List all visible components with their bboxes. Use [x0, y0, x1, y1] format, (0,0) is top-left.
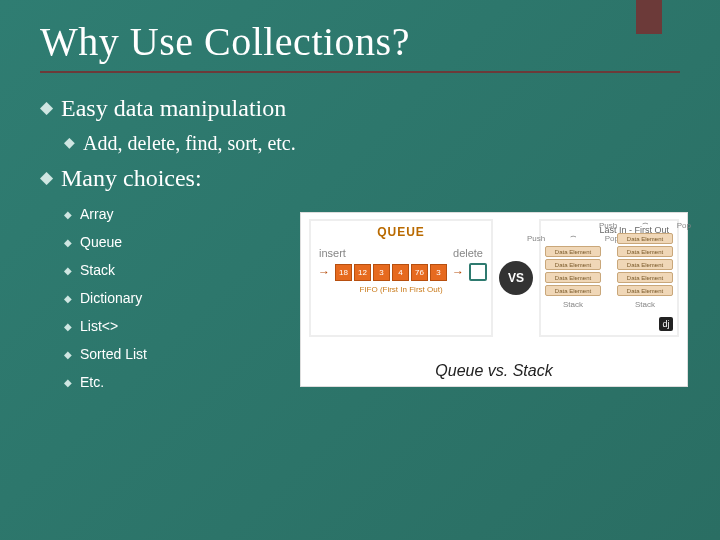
bullet-text: Queue: [80, 234, 122, 250]
slide: Why Use Collections? ◆ Easy data manipul…: [0, 0, 720, 540]
list-item: ◆Queue: [64, 234, 300, 250]
delete-label: delete: [453, 247, 483, 259]
diamond-bullet-icon: ◆: [64, 293, 72, 304]
diamond-bullet-icon: ◆: [64, 377, 72, 388]
stack-pile: ⌢ Push Pop Data Element Data Element Dat…: [545, 246, 601, 309]
stack-slot: Data Element: [545, 272, 601, 283]
stack-slot: Data Element: [617, 246, 673, 257]
list-item: ◆Etc.: [64, 374, 300, 390]
figure-top-row: QUEUE insert delete → 18 12 3 4 76 3 →: [309, 219, 679, 337]
stack-slot: Data Element: [617, 259, 673, 270]
queue-cell: 3: [373, 264, 390, 281]
bullet-text: Many choices:: [61, 165, 202, 192]
pile-label: Stack: [617, 300, 673, 309]
queue-cell: 76: [411, 264, 428, 281]
list-item: ◆Sorted List: [64, 346, 300, 362]
bullet-text: Array: [80, 206, 113, 222]
arrow-right-icon: →: [315, 265, 333, 280]
stack-slot: Data Element: [545, 259, 601, 270]
diamond-bullet-icon: ◆: [64, 349, 72, 360]
stack-pile: ⌢ Push Pop Data Element Data Element Dat…: [617, 233, 673, 309]
accent-tab: [636, 0, 662, 34]
queue-cells: → 18 12 3 4 76 3 →: [315, 263, 487, 281]
bullet-list-level1: ◆ Easy data manipulation: [40, 95, 680, 122]
choices-column: ◆Array ◆Queue ◆Stack ◆Dictionary ◆List<>…: [40, 202, 300, 402]
bullet-text: List<>: [80, 318, 118, 334]
diamond-bullet-icon: ◆: [64, 134, 75, 151]
list-item: ◆Array: [64, 206, 300, 222]
bullet-text: Easy data manipulation: [61, 95, 286, 122]
stack-slot: Data Element: [545, 285, 601, 296]
slide-title: Why Use Collections?: [40, 18, 680, 65]
bullet-text: Sorted List: [80, 346, 147, 362]
source-badge: dj: [659, 317, 673, 331]
queue-labels: insert delete: [315, 247, 487, 259]
queue-title: QUEUE: [315, 225, 487, 239]
diamond-bullet-icon: ◆: [64, 265, 72, 276]
arc-icon: ⌢: [642, 217, 649, 229]
stack-slot: Data Element: [617, 272, 673, 283]
insert-label: insert: [319, 247, 346, 259]
content-columns: ◆Array ◆Queue ◆Stack ◆Dictionary ◆List<>…: [40, 202, 680, 402]
arc-icon: ⌢: [570, 230, 577, 242]
bullet-list-level2: ◆ Add, delete, find, sort, etc.: [64, 132, 680, 155]
stack-slot: Data Element: [545, 246, 601, 257]
queue-cell: 12: [354, 264, 371, 281]
list-item: ◆Dictionary: [64, 290, 300, 306]
pile-label: Stack: [545, 300, 601, 309]
diamond-bullet-icon: ◆: [40, 167, 53, 188]
queue-cell: 4: [392, 264, 409, 281]
stack-diagram: Last In - First Out ⌢ Push Pop Data Elem…: [539, 219, 679, 337]
fifo-label: FIFO (First In First Out): [315, 285, 487, 294]
push-label: Push: [599, 221, 617, 230]
bullet-many-choices: ◆ Many choices:: [40, 165, 680, 192]
bullet-text: Dictionary: [80, 290, 142, 306]
bullet-add-delete: ◆ Add, delete, find, sort, etc.: [64, 132, 680, 155]
diamond-bullet-icon: ◆: [40, 97, 53, 118]
bullet-list-level3: ◆Array ◆Queue ◆Stack ◆Dictionary ◆List<>…: [64, 206, 300, 390]
title-underline: [40, 71, 680, 73]
vs-badge: VS: [499, 261, 533, 295]
bullet-text: Stack: [80, 262, 115, 278]
bullet-text: Add, delete, find, sort, etc.: [83, 132, 296, 155]
bullet-text: Etc.: [80, 374, 104, 390]
stack-slot: Data Element: [617, 233, 673, 244]
push-label: Push: [527, 234, 545, 243]
stack-slot: Data Element: [617, 285, 673, 296]
diamond-bullet-icon: ◆: [64, 237, 72, 248]
pop-label: Pop: [677, 221, 691, 230]
diamond-bullet-icon: ◆: [64, 321, 72, 332]
bullet-list-level1: ◆ Many choices:: [40, 165, 680, 192]
list-item: ◆Stack: [64, 262, 300, 278]
arrow-right-icon: →: [449, 265, 467, 280]
queue-cell: 18: [335, 264, 352, 281]
queue-vs-stack-figure: QUEUE insert delete → 18 12 3 4 76 3 →: [300, 212, 688, 387]
queue-end-box: [469, 263, 487, 281]
figure-caption: Queue vs. Stack: [301, 362, 687, 380]
bullet-easy-data: ◆ Easy data manipulation: [40, 95, 680, 122]
stack-row: ⌢ Push Pop Data Element Data Element Dat…: [545, 237, 673, 309]
queue-diagram: QUEUE insert delete → 18 12 3 4 76 3 →: [309, 219, 493, 337]
list-item: ◆List<>: [64, 318, 300, 334]
queue-cell: 3: [430, 264, 447, 281]
diamond-bullet-icon: ◆: [64, 209, 72, 220]
